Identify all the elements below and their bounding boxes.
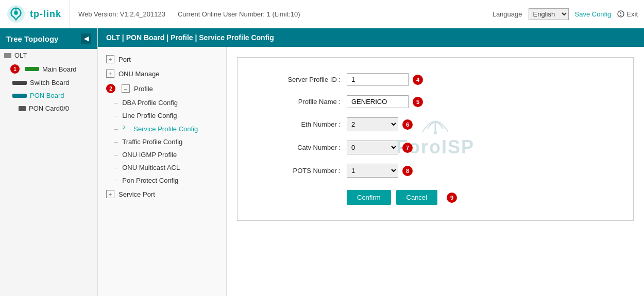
exit-button[interactable]: Exit <box>617 10 638 18</box>
tree-item-switch-board[interactable]: Switch Board <box>0 76 97 89</box>
badge-field-7: 7 <box>402 143 413 153</box>
menu-sub-dba-profile[interactable]: DBA Profile Config <box>98 96 226 109</box>
menu-sub-label-multicast: ONU Multicast ACL <box>122 164 180 171</box>
form-row-catv-number: Catv Number : 0 1 2 7 <box>258 141 613 154</box>
tree-label-olt: OLT <box>14 51 27 59</box>
form-inner: ForoISP Server Profile ID : 4 Profile Na… <box>237 57 634 221</box>
menu-sub-onu-igmp[interactable]: ONU IGMP Profile <box>98 148 226 161</box>
main-layout: Tree Topology ◀ OLT 1 Main Board Switch … <box>0 28 644 296</box>
tree-item-olt[interactable]: OLT <box>0 49 97 62</box>
cancel-button[interactable]: Cancel <box>396 190 437 205</box>
expand-icon-service-port: + <box>106 190 114 198</box>
svg-rect-6 <box>4 53 11 58</box>
tree-label-pon-card: PON Card0/0 <box>29 105 69 112</box>
sidebar: Tree Topology ◀ OLT 1 Main Board Switch … <box>0 28 98 296</box>
menu-sub-label-dba: DBA Profile Config <box>122 99 178 107</box>
menu-item-profile[interactable]: 2 – Profile <box>98 81 226 96</box>
breadcrumb: OLT | PON Board | Profile | Service Prof… <box>98 28 644 47</box>
form-row-profile-name: Profile Name : 5 <box>258 95 613 108</box>
main-board-device-icon <box>25 67 39 71</box>
form-area: ForoISP Server Profile ID : 4 Profile Na… <box>227 47 644 296</box>
tree-label-switch-board: Switch Board <box>30 79 70 86</box>
confirm-button[interactable]: Confirm <box>347 190 391 205</box>
btn-row: Confirm Cancel 9 <box>347 190 613 205</box>
expand-icon-port: + <box>106 55 114 63</box>
menu-sub-label-traffic: Traffic Profile Config <box>122 138 182 146</box>
select-pots-number[interactable]: 0 1 2 <box>347 164 398 178</box>
label-server-profile-id: Server Profile ID : <box>258 76 341 83</box>
form-row-server-profile-id: Server Profile ID : 4 <box>258 73 613 86</box>
menu-label-profile: Profile <box>134 85 153 93</box>
save-config-button[interactable]: Save Config <box>575 10 612 18</box>
web-version: Web Version: V1.2.4_201123 <box>78 10 165 18</box>
menu-item-service-port[interactable]: + Service Port <box>98 187 226 201</box>
menu-sub-traffic-profile[interactable]: Traffic Profile Config <box>98 135 226 148</box>
select-eth-number[interactable]: 0 1 2 3 4 <box>347 117 398 131</box>
label-eth-number: Eth Number : <box>258 120 341 128</box>
header-info: Web Version: V1.2.4_201123 Current Onlin… <box>78 10 493 18</box>
badge-btn-9: 9 <box>447 193 457 203</box>
menu-label-port: Port <box>118 56 131 63</box>
exit-icon <box>617 10 624 18</box>
collapse-button[interactable]: ◀ <box>81 33 91 44</box>
badge-field-4: 4 <box>413 75 423 85</box>
content-area: OLT | PON Board | Profile | Service Prof… <box>98 28 644 296</box>
menu-item-onu-manage[interactable]: + ONU Manage <box>98 66 226 81</box>
expand-icon-profile: – <box>122 84 130 93</box>
menu-sub-pon-protect[interactable]: Pon Protect Config <box>98 174 226 187</box>
left-menu: + Port + ONU Manage 2 – Profile DBA Prof… <box>98 47 227 296</box>
badge-service-profile: 3 <box>122 125 130 133</box>
badge-field-5: 5 <box>413 97 423 107</box>
menu-sub-service-profile[interactable]: 3 Service Profile Config <box>98 122 226 135</box>
logo-area: tp-link <box>6 0 70 28</box>
tree-label-main-board: Main Board <box>42 65 76 73</box>
svg-point-1 <box>14 11 18 15</box>
tree-item-pon-board[interactable]: PON Board <box>0 89 97 102</box>
badge-field-6: 6 <box>402 119 413 130</box>
online-user: Current Online User Number: 1 (Limit:10) <box>178 10 300 18</box>
label-catv-number: Catv Number : <box>258 144 341 151</box>
label-pots-number: POTS Number : <box>258 167 341 175</box>
language-select[interactable]: English Chinese <box>529 8 569 20</box>
menu-label-service-port: Service Port <box>118 190 155 198</box>
tp-link-logo-icon <box>6 4 26 24</box>
expand-icon-pon-card <box>19 106 26 111</box>
menu-sub-label-line: Line Profile Config <box>122 112 177 119</box>
sidebar-header: Tree Topology ◀ <box>0 28 97 49</box>
input-profile-name[interactable] <box>347 95 409 108</box>
badge-field-8: 8 <box>402 166 413 176</box>
badge-profile: 2 <box>106 84 115 93</box>
tree-item-pon-card[interactable]: PON Card0/0 <box>0 102 97 115</box>
menu-label-onu-manage: ONU Manage <box>118 70 159 78</box>
language-label: Language <box>493 10 522 18</box>
select-catv-number[interactable]: 0 1 2 <box>347 141 398 154</box>
svg-rect-7 <box>19 106 26 111</box>
sub-layout: + Port + ONU Manage 2 – Profile DBA Prof… <box>98 47 644 296</box>
input-server-profile-id[interactable] <box>347 73 409 86</box>
header-right: Language English Chinese Save Config Exi… <box>493 8 638 20</box>
svg-point-8 <box>434 131 437 134</box>
menu-sub-label-service: Service Profile Config <box>133 125 198 133</box>
label-profile-name: Profile Name : <box>258 98 341 106</box>
expand-icon <box>4 53 11 58</box>
tree-item-main-board[interactable]: 1 Main Board <box>0 62 97 76</box>
logo-text: tp-link <box>30 9 61 20</box>
menu-sub-line-profile[interactable]: Line Profile Config <box>98 109 226 122</box>
header: tp-link Web Version: V1.2.4_201123 Curre… <box>0 0 644 28</box>
menu-sub-label-pon-protect: Pon Protect Config <box>122 177 178 184</box>
badge-main-board: 1 <box>10 64 20 74</box>
expand-icon-onu-manage: + <box>106 69 114 78</box>
pon-board-device-icon <box>12 94 27 98</box>
form-row-eth-number: Eth Number : 0 1 2 3 4 6 <box>258 117 613 131</box>
form-row-pots-number: POTS Number : 0 1 2 8 <box>258 164 613 178</box>
tree-label-pon-board: PON Board <box>30 92 64 99</box>
switch-board-device-icon <box>12 81 27 85</box>
sidebar-title: Tree Topology <box>6 34 58 43</box>
menu-sub-label-igmp: ONU IGMP Profile <box>122 151 177 159</box>
exit-label: Exit <box>626 10 638 18</box>
menu-item-port[interactable]: + Port <box>98 52 226 66</box>
menu-sub-onu-multicast[interactable]: ONU Multicast ACL <box>98 161 226 174</box>
